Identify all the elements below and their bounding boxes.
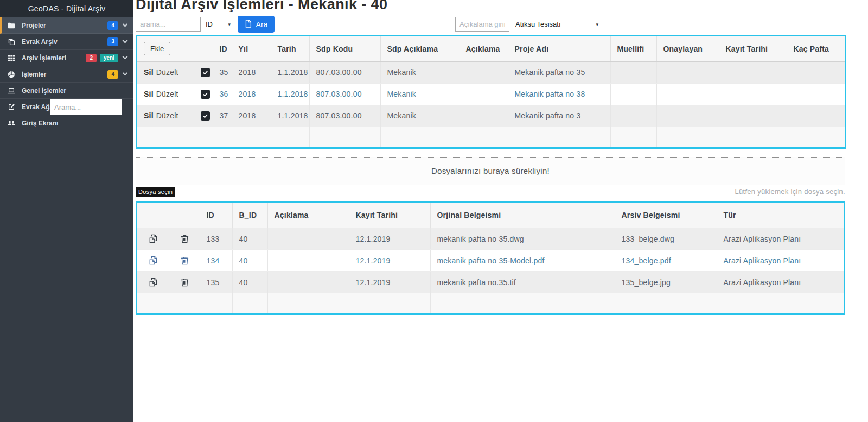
chevron-down-icon[interactable]	[123, 38, 128, 43]
filter-field-select[interactable]: ID ▾	[202, 17, 234, 32]
chevron-down-icon[interactable]	[123, 71, 128, 76]
empty-cell	[267, 293, 349, 313]
delete-link[interactable]: Sil	[144, 68, 154, 77]
chevron-down-icon: ▾	[596, 22, 598, 27]
pages-icon[interactable]	[139, 234, 168, 244]
row-checkbox[interactable]	[201, 90, 210, 99]
sidebar-item-genel-islemler[interactable]: Genel İşlemler	[0, 83, 133, 99]
cell-aciklama	[267, 228, 349, 250]
documents-col-header: Tür	[717, 203, 844, 228]
sidebar-item-arsiv-islemleri[interactable]: Arşiv İşlemleri2yeni	[0, 50, 133, 66]
cell-proje-adi: Mekanik pafta no 35	[508, 61, 610, 83]
cell-tarih: 1.1.2018	[271, 105, 309, 127]
edit-link[interactable]: Düzelt	[156, 111, 178, 120]
sidebar-item-evrak-arsiv[interactable]: Evrak Arşiv3	[0, 34, 133, 50]
empty-cell	[717, 293, 844, 313]
cell-arsiv-belge: 135_belge.jpg	[615, 272, 717, 293]
cell-tur: Arazi Aplikasyon Planı	[717, 250, 844, 272]
cell-aciklama	[267, 272, 349, 293]
badge-group: 4	[107, 21, 118, 30]
delete-link[interactable]: Sil	[144, 90, 154, 98]
search-input[interactable]	[136, 17, 201, 32]
cell-kac-pafta	[787, 83, 845, 105]
trash-icon[interactable]	[173, 278, 197, 287]
empty-cell	[200, 293, 232, 313]
cell-yil: 2018	[232, 61, 271, 83]
projects-col-header: Sdp Açıklama	[380, 36, 459, 61]
row-actions: SilDüzelt	[137, 61, 194, 83]
trash-icon[interactable]	[173, 256, 197, 265]
delete-link[interactable]: Sil	[144, 111, 154, 120]
chevron-down-icon[interactable]	[123, 54, 128, 60]
tree-search-input[interactable]	[50, 99, 122, 115]
cell-onaylayan	[656, 83, 719, 105]
row-checkbox-cell	[194, 105, 213, 127]
empty-cell	[656, 127, 719, 147]
chevron-down-icon[interactable]	[123, 22, 128, 27]
copy-cell	[137, 228, 170, 250]
description-input[interactable]	[455, 17, 509, 32]
cell-aciklama	[267, 250, 349, 272]
users-icon	[8, 119, 16, 127]
empty-cell	[430, 293, 615, 313]
empty-cell	[213, 127, 232, 147]
empty-cell	[719, 127, 787, 147]
folder-icon	[8, 22, 16, 29]
sidebar-item-projeler[interactable]: Projeler4	[0, 17, 133, 34]
badge-group: 2yeni	[86, 54, 118, 62]
cell-muellifi	[610, 83, 656, 105]
grid-icon	[8, 54, 16, 62]
main-content: Dijital Arşiv İşlemleri - Mekanik - 40 I…	[133, 0, 868, 422]
page-title: Dijital Arşiv İşlemleri - Mekanik - 40	[136, 0, 868, 13]
sidebar-item-label: Genel İşlemler	[22, 87, 66, 95]
chevron-down-icon: ▾	[228, 22, 231, 27]
pages-icon[interactable]	[139, 255, 168, 266]
cell-kayit-tarihi	[719, 61, 787, 83]
badge-group: 3	[107, 37, 118, 46]
trash-icon[interactable]	[173, 234, 197, 243]
search-button[interactable]: Ara	[238, 16, 275, 33]
cell-aciklama	[459, 83, 508, 105]
cell-yil: 2018	[232, 105, 271, 127]
sidebar-item-label: Evrak Arşiv	[22, 38, 58, 46]
cell-id: 135	[200, 272, 232, 293]
empty-cell	[787, 127, 845, 147]
edit-link[interactable]: Düzelt	[156, 90, 178, 98]
empty-cell	[232, 127, 271, 147]
choose-file-button[interactable]: Dosya seçin	[136, 187, 175, 197]
cell-sdp-aciklama: Mekanik	[380, 83, 459, 105]
row-checkbox[interactable]	[201, 111, 210, 121]
empty-cell	[170, 293, 200, 313]
row-checkbox-cell	[194, 61, 213, 83]
sidebar-item-islemler[interactable]: İşlemler4	[0, 66, 133, 83]
table-row: 1354012.1.2019mekanik pafta no.35.tif135…	[137, 272, 844, 293]
cell-tarih: 1.1.2018	[271, 61, 309, 83]
empty-cell	[232, 293, 267, 313]
edit-link[interactable]: Düzelt	[156, 68, 178, 77]
sidebar: GeoDAS - Dijital Arşiv Projeler4Evrak Ar…	[0, 0, 133, 422]
cell-orjinal-belge: mekanik pafta no.35.tif	[430, 272, 615, 293]
count-badge: 4	[107, 70, 118, 79]
delete-cell	[170, 272, 200, 293]
copy-icon	[8, 38, 16, 46]
documents-col-header: ID	[200, 203, 232, 228]
projects-col-header: ID	[213, 36, 232, 61]
file-dropzone[interactable]: Dosyalarınızı buraya sürekliyin!	[136, 157, 845, 185]
empty-cell	[349, 293, 430, 313]
cell-proje-adi: Mekanik pafta no 3	[508, 105, 610, 127]
file-icon	[245, 20, 252, 29]
cell-id: 134	[200, 250, 232, 272]
sidebar-item-evrak-agaci[interactable]: Evrak Ağacı	[0, 99, 133, 115]
pie-chart-icon	[8, 71, 16, 78]
badge-group: 4	[107, 70, 118, 79]
sidebar-item-giris-ekrani[interactable]: Giriş Ekranı	[0, 115, 133, 131]
document-type-select[interactable]: Atıksu Tesisatı ▾	[512, 17, 602, 32]
projects-col-header: Kayıt Tarihi	[719, 36, 787, 61]
cell-tur: Arazi Aplikasyon Planı	[717, 228, 844, 250]
cell-b-id: 40	[232, 228, 267, 250]
add-button[interactable]: Ekle	[144, 42, 170, 55]
upload-row: Dosya seçin Lütfen yüklemek için dosya s…	[136, 186, 845, 198]
pages-icon[interactable]	[139, 277, 168, 287]
row-checkbox[interactable]	[201, 68, 210, 77]
cell-sdp-kodu: 807.03.00.00	[309, 61, 380, 83]
